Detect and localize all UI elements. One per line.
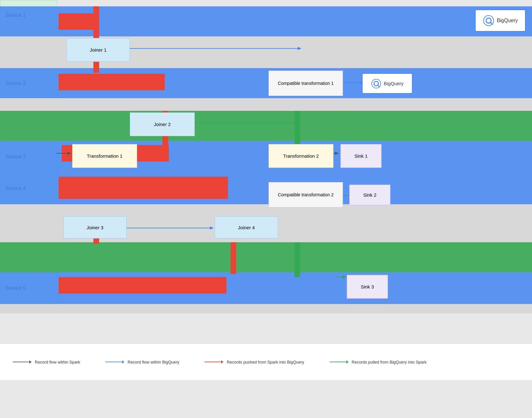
- svg-rect-7: [0, 173, 532, 204]
- legend-bq-flow: Record flow within BigQuery: [105, 360, 179, 364]
- legend-pull: Records pulled from BigQuery into Spark: [330, 360, 427, 364]
- diagram-container: Source 1 BigQuery Joiner 1 Source 2 Comp…: [0, 0, 532, 380]
- joiner1-node[interactable]: Joiner 1: [66, 38, 130, 62]
- bigquery2-node[interactable]: BigQuery: [362, 73, 413, 94]
- svg-rect-4: [0, 98, 532, 111]
- source1-label: Source 1: [0, 0, 57, 30]
- svg-rect-21: [294, 242, 300, 277]
- svg-rect-12: [0, 304, 532, 314]
- bigquery2-icon: [371, 79, 381, 89]
- svg-marker-23: [298, 47, 301, 50]
- svg-rect-0: [0, 6, 532, 36]
- legend-pull-arrow: [330, 360, 349, 364]
- svg-rect-38: [231, 242, 236, 274]
- sink2-node[interactable]: Sink 2: [349, 185, 390, 205]
- source2-label: Source 2: [0, 68, 57, 98]
- compat-transform2-node[interactable]: Compatible transformation 2: [269, 182, 343, 207]
- svg-rect-11: [0, 272, 532, 304]
- bigquery1-node[interactable]: BigQuery: [475, 10, 526, 32]
- legend-spark-arrow: [13, 360, 32, 364]
- svg-rect-3: [0, 68, 532, 98]
- svg-rect-10: [0, 242, 532, 272]
- joiner4-node[interactable]: Joiner 4: [215, 216, 278, 238]
- svg-marker-35: [210, 226, 214, 230]
- compat-transform1-node[interactable]: Compatible transformation 1: [269, 71, 343, 96]
- legend-spark-flow: Record flow within Spark: [13, 360, 80, 364]
- svg-marker-37: [342, 276, 346, 279]
- legend-bq-arrow: [105, 360, 124, 364]
- source5-label: Source 5: [0, 272, 57, 304]
- source4-label: Source 4: [0, 173, 57, 204]
- legend: Record flow within Spark Record flow wit…: [0, 344, 532, 380]
- source3-label: Source 3: [0, 141, 57, 173]
- legend-push: Records pushed from Spark into BigQuery: [205, 360, 304, 364]
- transform1-node[interactable]: Transformation 1: [72, 144, 137, 168]
- bigquery1-icon: [483, 15, 494, 26]
- svg-rect-20: [294, 111, 300, 146]
- transform2-node[interactable]: Transformation 2: [269, 144, 333, 168]
- svg-rect-5: [0, 111, 532, 141]
- svg-rect-15: [59, 74, 165, 90]
- joiner3-node[interactable]: Joiner 3: [63, 216, 127, 238]
- legend-push-arrow: [205, 360, 224, 364]
- svg-marker-29: [335, 152, 339, 155]
- sink1-node[interactable]: Sink 1: [340, 144, 382, 168]
- svg-rect-13: [59, 13, 97, 30]
- joiner2-node[interactable]: Joiner 2: [130, 112, 195, 136]
- svg-marker-25: [298, 121, 301, 124]
- svg-rect-8: [0, 204, 532, 214]
- svg-rect-19: [59, 277, 226, 294]
- svg-marker-27: [67, 152, 71, 155]
- sink3-node[interactable]: Sink 3: [347, 275, 388, 299]
- svg-rect-17: [59, 177, 228, 199]
